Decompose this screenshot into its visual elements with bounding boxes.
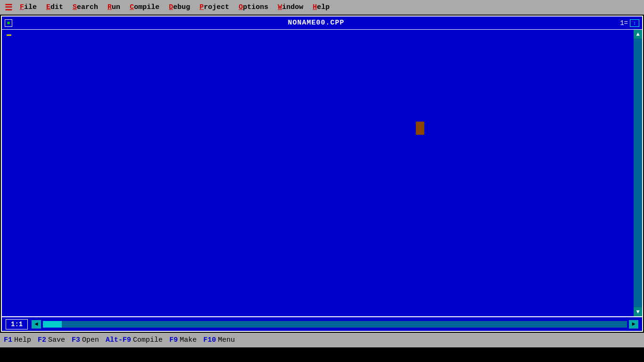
func-f1-help[interactable]: F1 Help <box>4 336 38 344</box>
h-scroll-thumb <box>43 321 62 328</box>
f1-action-label: Help <box>14 336 31 344</box>
menu-edit[interactable]: Edit <box>41 1 68 13</box>
menu-help[interactable]: Help <box>308 1 334 13</box>
menu-project[interactable]: Project <box>195 1 234 13</box>
menu-compile[interactable]: Compile <box>125 1 164 13</box>
func-altf9-compile[interactable]: Alt-F9 Compile <box>106 336 169 344</box>
menu-bar: ☰ File Edit Search Run Compile Debug Pro… <box>0 0 644 15</box>
f2-action-label: Save <box>48 336 65 344</box>
scroll-up-button[interactable]: ▲ <box>634 30 642 39</box>
f9-key-label: F9 <box>169 336 178 344</box>
f1-key-label: F1 <box>4 336 12 344</box>
editor-content[interactable]: ▲ ▼ <box>2 30 642 316</box>
f3-action-label: Open <box>82 336 99 344</box>
editor-titlebar: ■ NONAME00.CPP 1= ↕ <box>2 16 642 30</box>
f10-action-label: Menu <box>218 336 235 344</box>
h-scroll-track[interactable] <box>43 321 627 328</box>
f10-key-label: F10 <box>203 336 216 344</box>
vertical-scrollbar[interactable]: ▲ ▼ <box>634 30 642 316</box>
editor-title: NONAME00.CPP <box>12 19 620 27</box>
horizontal-scrollbar[interactable]: ◄ ► <box>32 320 638 329</box>
menu-debug[interactable]: Debug <box>164 1 195 13</box>
func-f3-open[interactable]: F3 Open <box>72 336 106 344</box>
editor-window: ■ NONAME00.CPP 1= ↕ ▲ ▼ <box>1 16 643 332</box>
window-number: 1= <box>620 19 628 27</box>
window-resize-button[interactable]: ↕ <box>630 19 639 27</box>
block-cursor <box>416 122 424 135</box>
status-bar: 1:1 ◄ ► <box>2 316 642 331</box>
system-menu-icon[interactable]: ☰ <box>2 2 15 13</box>
altf9-action-label: Compile <box>133 336 163 344</box>
menu-file[interactable]: File <box>15 1 41 13</box>
menu-options[interactable]: Options <box>234 1 273 13</box>
menu-search[interactable]: Search <box>68 1 103 13</box>
func-f2-save[interactable]: F2 Save <box>38 336 72 344</box>
close-icon: ■ <box>7 20 10 26</box>
scroll-left-button[interactable]: ◄ <box>32 320 41 329</box>
titlebar-left: ■ <box>5 19 12 27</box>
func-f10-menu[interactable]: F10 Menu <box>203 336 241 344</box>
menu-window[interactable]: Window <box>273 1 308 13</box>
titlebar-right: 1= ↕ <box>620 19 639 27</box>
f2-key-label: F2 <box>38 336 46 344</box>
f3-key-label: F3 <box>72 336 80 344</box>
scroll-track[interactable] <box>634 39 642 307</box>
text-cursor <box>7 34 11 36</box>
f9-action-label: Make <box>180 336 197 344</box>
menu-run[interactable]: Run <box>103 1 125 13</box>
window-close-button[interactable]: ■ <box>5 19 12 27</box>
altf9-key-label: Alt-F9 <box>106 336 131 344</box>
resize-icon: ↕ <box>633 20 636 26</box>
func-f9-make[interactable]: F9 Make <box>169 336 203 344</box>
cursor-position: 1:1 <box>6 319 28 329</box>
scroll-right-button[interactable]: ► <box>629 320 638 329</box>
editor-container: ■ NONAME00.CPP 1= ↕ ▲ ▼ <box>0 15 644 333</box>
scroll-down-button[interactable]: ▼ <box>634 307 642 316</box>
function-key-bar: F1 Help F2 Save F3 Open Alt-F9 Compile F… <box>0 333 644 347</box>
